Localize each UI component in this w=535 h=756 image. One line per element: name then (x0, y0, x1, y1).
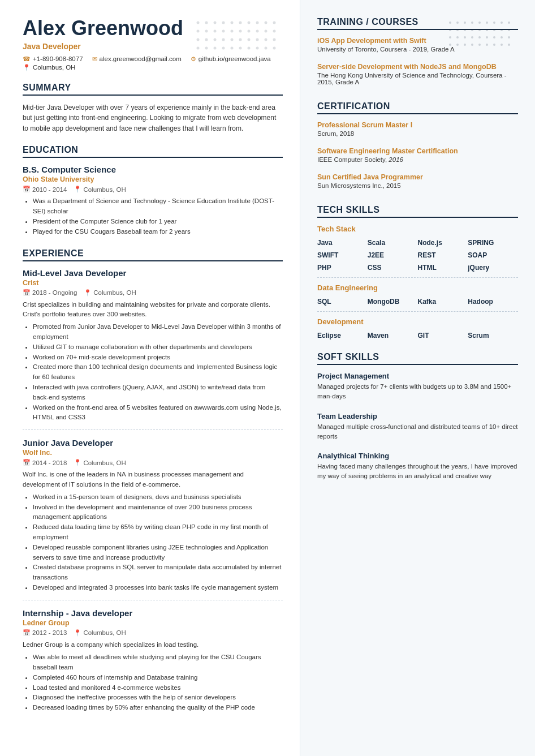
svg-point-5 (239, 22, 242, 24)
soft-skill-1: Project Management Managed projects for … (317, 372, 518, 406)
skill-hadoop: Hadoop (468, 297, 518, 307)
svg-point-4 (231, 22, 234, 24)
job-2-meta: 📅 2014 - 2018 📍 Columbus, OH (23, 459, 283, 466)
skill-mongodb: MongoDB (368, 297, 418, 307)
job-3-b5: Decreased loading times by 50% after enh… (33, 703, 283, 713)
svg-point-16 (248, 30, 251, 33)
svg-point-66 (508, 36, 510, 38)
svg-point-68 (456, 44, 459, 46)
svg-point-14 (231, 30, 234, 33)
svg-point-23 (222, 38, 225, 41)
job-3-b3: Load tested and monitored 4 e-commerce w… (33, 683, 283, 693)
resume-container: Alex Greenwood Java Developer ☎ +1-890-9… (0, 0, 535, 756)
job-1-loc-icon: 📍 (84, 289, 92, 297)
svg-point-31 (205, 47, 208, 50)
job-3: Internship - Java developer Ledner Group… (23, 608, 283, 720)
svg-point-48 (508, 22, 510, 24)
data-engineering-grid: SQL MongoDB Kafka Hadoop (317, 297, 518, 307)
course-2-meta: The Hong Kong University of Science and … (317, 72, 518, 90)
skill-jquery: jQuery (468, 263, 518, 273)
svg-point-24 (231, 38, 234, 41)
soft-skill-3: Analythical Thinking Having faced many c… (317, 452, 518, 486)
svg-point-39 (273, 47, 276, 50)
svg-point-10 (197, 30, 200, 33)
cert-1-meta: Scrum, 2018 (317, 130, 518, 141)
svg-point-50 (456, 29, 459, 31)
job-3-b2: Completed 460 hours of internship and Da… (33, 673, 283, 683)
svg-point-11 (205, 30, 208, 33)
svg-point-70 (471, 44, 473, 46)
svg-point-25 (239, 38, 242, 41)
development-grid: Eclipse Maven GIT Scrum (317, 330, 518, 341)
skill-scala: Scala (368, 238, 418, 248)
email-icon: ✉ (92, 55, 97, 63)
job-3-b1: Was able to meet all deadlines while stu… (33, 652, 283, 673)
svg-point-71 (478, 44, 481, 46)
edu-bullet-2: President of the Computer Science club f… (33, 217, 283, 227)
svg-point-1 (205, 22, 208, 24)
tech-stack-subtitle: Tech Stack (317, 225, 518, 233)
soft-skill-1-title: Project Management (317, 372, 518, 380)
job-3-b4: Diagnosed the ineffective processes with… (33, 693, 283, 703)
location-contact: 📍 Columbus, OH (23, 64, 75, 71)
edu-bullets: Was a Department of Science and Technolo… (23, 196, 283, 237)
svg-point-13 (222, 30, 225, 33)
soft-skill-1-desc: Managed projects for 7+ clients with bud… (317, 382, 518, 406)
svg-point-28 (265, 38, 268, 41)
phone-number: +1-890-908-8077 (33, 55, 83, 62)
skill-java: Java (317, 238, 368, 248)
tech-skills-section-title: TECH SKILLS (317, 205, 518, 218)
email-contact: ✉ alex.greenwood@gmail.com (92, 55, 182, 63)
svg-point-57 (508, 29, 510, 31)
certification-section-title: CERTIFICATION (317, 101, 518, 114)
job-1-b3: Worked on 70+ mid-scale development proj… (33, 353, 283, 363)
svg-point-34 (231, 47, 234, 50)
svg-point-32 (214, 47, 217, 50)
edu-bullet-3: Played for the CSU Cougars Baseball team… (33, 227, 283, 237)
job-1-b6: Worked on the front-end area of 5 websit… (33, 403, 283, 423)
job-2-years: 📅 2014 - 2018 (23, 459, 67, 466)
job-2-b1: Worked in a 15-person team of designers,… (33, 492, 283, 502)
svg-point-63 (486, 36, 488, 38)
svg-point-52 (471, 29, 473, 31)
calendar-icon: 📅 (23, 186, 31, 193)
job-3-meta: 📅 2012 - 2013 📍 Columbus, OH (23, 629, 283, 637)
development-subtitle: Development (317, 317, 518, 326)
soft-skill-2-desc: Managed multiple cross-functional and di… (317, 422, 518, 446)
cert-3-meta: Sun Microsystems Inc., 2015 (317, 182, 518, 194)
header: Alex Greenwood Java Developer ☎ +1-890-9… (23, 17, 283, 71)
soft-skill-2: Team Leadership Managed multiple cross-f… (317, 412, 518, 446)
job-2-b2: Involved in the development and maintena… (33, 502, 283, 523)
svg-point-7 (256, 22, 259, 24)
experience-section-title: EXPERIENCE (23, 248, 283, 261)
job-1-bullets: Promoted from Junior Java Developer to M… (23, 322, 283, 423)
skill-css: CSS (368, 263, 418, 273)
education-block: B.S. Computer Science Ohio State Univers… (23, 165, 283, 237)
svg-point-74 (501, 44, 503, 46)
svg-point-55 (493, 29, 495, 31)
job-2-desc: Wolf Inc. is one of the leaders in NA in… (23, 470, 283, 489)
decoration-dots (192, 17, 283, 59)
job-2-cal-icon: 📅 (23, 459, 31, 466)
location-text: Columbus, OH (33, 64, 75, 71)
skill-spring: SPRING (468, 238, 518, 248)
svg-point-51 (464, 29, 466, 31)
edu-years: 📅 2010 - 2014 (23, 186, 67, 193)
course-2: Server-side Development with NodeJS and … (317, 63, 518, 90)
job-1-b1: Promoted from Junior Java Developer to M… (33, 322, 283, 342)
job-2-title: Junior Java Developer (23, 438, 283, 448)
svg-point-65 (501, 36, 503, 38)
data-engineering-subtitle: Data Engineering (317, 284, 518, 292)
cert-1: Professional Scrum Master I Scrum, 2018 (317, 121, 518, 141)
svg-point-40 (449, 22, 451, 24)
svg-point-47 (501, 22, 503, 24)
phone-icon: ☎ (23, 55, 31, 63)
svg-point-2 (214, 22, 217, 24)
svg-point-19 (273, 30, 276, 33)
svg-point-30 (197, 47, 200, 50)
job-3-cal-icon: 📅 (23, 629, 31, 637)
svg-point-61 (471, 36, 473, 38)
job-2-b4: Developed reusable component libraries u… (33, 543, 283, 563)
right-column: TRAINING / COURSES iOS App Development w… (300, 0, 535, 756)
edu-meta: 📅 2010 - 2014 📍 Columbus, OH (23, 186, 283, 193)
